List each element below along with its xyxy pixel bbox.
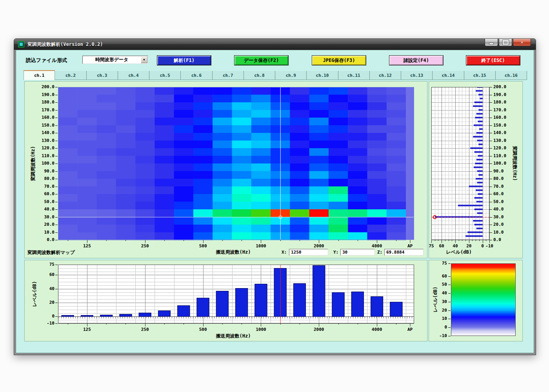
- right-panel-y-tick-label: 110.0: [493, 154, 506, 158]
- caption-buttons: ✕: [484, 39, 531, 46]
- heatmap-y-tick-label: 160.0: [35, 115, 55, 120]
- heatmap-y-tick: [55, 179, 58, 179]
- file-format-dropdown[interactable]: 時間波形データ ▼: [82, 56, 148, 64]
- right-panel-y-axis-label: 変調周波数(Hz): [511, 146, 518, 181]
- heatmap-y-tick: [55, 232, 58, 233]
- toolbar-button-3[interactable]: JPEG保存(F3): [312, 56, 366, 65]
- heatmap-y-tick: [55, 202, 58, 202]
- tab-ch.15[interactable]: ch.15: [464, 71, 496, 80]
- right-panel-x-tick-label: 75: [429, 244, 434, 249]
- bar-chart-x-tick-label: 125: [83, 327, 91, 332]
- right-panel-x-tick-label: 20: [466, 244, 471, 249]
- right-panel-y-tick-label: 180.0: [493, 100, 506, 105]
- tab-ch.4[interactable]: ch.4: [118, 71, 149, 80]
- modulation-level-plot: [431, 87, 493, 243]
- heatmap-x-tick-label: 500: [199, 244, 207, 249]
- colorbar-tick: [448, 319, 451, 319]
- bar-chart-y-tick-label: 60: [35, 272, 55, 277]
- right-panel-y-tick-label: 160.0: [493, 115, 506, 120]
- heatmap-y-tick: [55, 209, 58, 210]
- tab-ch.7[interactable]: ch.7: [213, 71, 244, 80]
- tab-ch.9[interactable]: ch.9: [275, 71, 307, 80]
- tab-ch.6[interactable]: ch.6: [181, 71, 212, 80]
- tab-ch.10[interactable]: ch.10: [307, 71, 338, 80]
- cursor-y-value[interactable]: 30: [340, 249, 375, 256]
- heatmap-y-tick: [55, 125, 58, 126]
- tab-ch.2[interactable]: ch.2: [55, 71, 86, 80]
- heatmap-plot[interactable]: [58, 87, 414, 243]
- bar-chart-y-tick: [55, 303, 58, 303]
- colorbar-tick-label: 75: [431, 261, 447, 266]
- right-panel-y-tick-label: 50.0: [493, 200, 504, 204]
- right-panel-y-tick-label: 100.0: [493, 161, 506, 166]
- heatmap-y-tick: [55, 156, 58, 156]
- heatmap-y-tick-label: 70.0: [35, 184, 55, 189]
- toolbar-button-1[interactable]: 解析(F1): [157, 56, 211, 65]
- tab-ch.5[interactable]: ch.5: [149, 71, 181, 80]
- heatmap-y-tick-label: 30.0: [35, 215, 55, 220]
- colorbar-tick: [448, 327, 451, 328]
- bar-chart-x-tick-label: 250: [141, 327, 149, 332]
- heatmap-y-tick-label: 190.0: [35, 93, 55, 97]
- heatmap-y-tick-label: 180.0: [35, 100, 55, 105]
- colorbar-tick-label: 40: [431, 291, 447, 296]
- right-panel-x-tick-label: 40: [453, 244, 458, 249]
- close-button[interactable]: ✕: [513, 39, 531, 46]
- bar-chart-x-tick-label: 1000: [256, 327, 266, 332]
- heatmap-y-tick-label: 40.0: [35, 207, 55, 212]
- cursor-x-value[interactable]: 1250: [289, 249, 328, 256]
- heatmap-y-tick-label: 150.0: [35, 123, 55, 128]
- heatmap-y-tick-label: 110.0: [35, 154, 55, 158]
- heatmap-y-tick-label: 200.0: [35, 85, 55, 89]
- titlebar[interactable]: 変調周波数解析(Version 2.0.2) ✕: [14, 39, 536, 50]
- colorbar-tick: [448, 263, 451, 264]
- heatmap-y-tick: [55, 133, 58, 133]
- heatmap-y-tick: [55, 148, 58, 149]
- toolbar-button-2[interactable]: データ保存(F2): [235, 56, 288, 65]
- minimize-button[interactable]: [485, 39, 498, 46]
- right-panel-x-tick-label: 0: [481, 244, 484, 249]
- right-panel-y-tick-label: 60.0: [493, 192, 504, 196]
- right-panel-y-tick-label: 80.0: [493, 176, 504, 181]
- heatmap-y-tick-label: 120.0: [35, 146, 55, 151]
- tab-ch.12[interactable]: ch.12: [370, 71, 401, 80]
- heatmap-y-tick: [55, 194, 58, 194]
- colorbar-tick-label: 50: [431, 282, 447, 287]
- toolbar-button-5[interactable]: 終了(ESC): [466, 56, 520, 65]
- tab-ch.14[interactable]: ch.14: [433, 71, 464, 80]
- cursor-z-value[interactable]: 69.8884: [384, 249, 424, 256]
- heatmap-y-tick-label: 50.0: [35, 200, 55, 204]
- cursor-x-label: X:: [282, 250, 287, 255]
- toolbar-button-4[interactable]: 諸設定(F4): [389, 56, 443, 65]
- bar-chart-y-tick: [55, 323, 58, 324]
- right-panel-y-tick-label: 0.0: [493, 238, 501, 242]
- right-panel-y-tick-label: 150.0: [493, 123, 506, 128]
- heatmap-y-tick-label: 60.0: [35, 192, 55, 196]
- tab-ch.16[interactable]: ch.16: [496, 71, 527, 80]
- heatmap-y-tick-label: 140.0: [35, 131, 55, 135]
- tab-ch.11[interactable]: ch.11: [338, 71, 370, 80]
- maximize-icon: [503, 40, 509, 45]
- heatmap-x-tick-label: 250: [141, 244, 149, 249]
- heatmap-y-tick-label: 170.0: [35, 108, 55, 113]
- heatmap-x-tick-label: AP: [407, 244, 413, 249]
- heatmap-y-tick: [55, 87, 58, 87]
- maximize-button[interactable]: [499, 39, 512, 46]
- tab-ch.1[interactable]: ch.1: [24, 70, 55, 80]
- right-panel-y-tick-label: 20.0: [493, 222, 504, 227]
- colorbar-tick: [448, 302, 451, 302]
- tab-ch.13[interactable]: ch.13: [401, 71, 433, 80]
- bar-chart-y-tick: [55, 275, 58, 275]
- heatmap-x-tick-label: 4000: [372, 244, 382, 249]
- cursor-z-label: Z:: [377, 250, 382, 255]
- chevron-down-icon[interactable]: ▼: [141, 56, 147, 63]
- right-panel-y-tick-label: 130.0: [493, 138, 506, 143]
- colorbar-tick-label: -10: [431, 334, 447, 338]
- heatmap-y-tick-label: 130.0: [35, 138, 55, 143]
- tab-ch.3[interactable]: ch.3: [87, 71, 118, 80]
- heatmap-y-tick-label: 100.0: [35, 161, 55, 166]
- bar-chart-x-tick-label: 2000: [314, 327, 324, 332]
- tab-ch.8[interactable]: ch.8: [244, 71, 275, 80]
- map-title: 変調周波数解析マップ: [27, 250, 75, 255]
- heatmap-y-tick-label: 80.0: [35, 176, 55, 181]
